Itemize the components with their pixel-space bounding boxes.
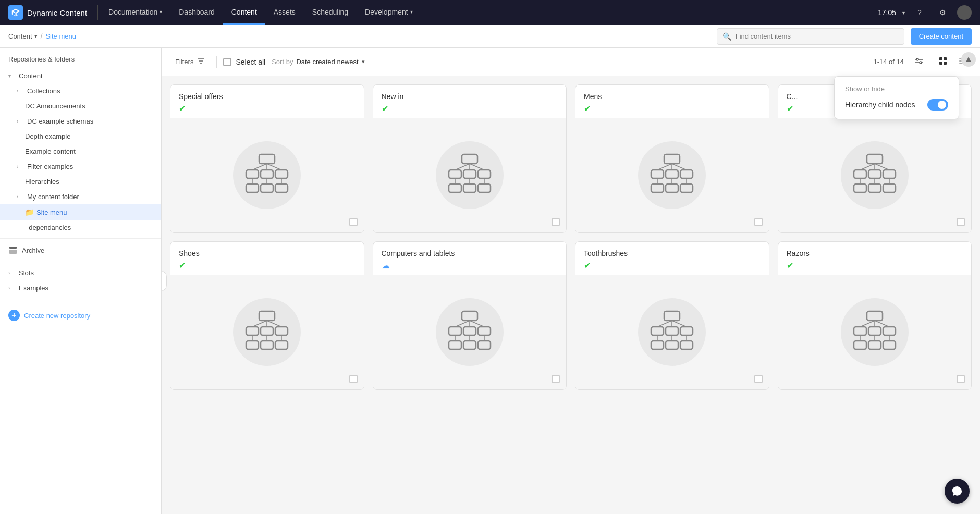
content-card-razors[interactable]: Razors ✔ (778, 241, 972, 390)
svg-line-118 (875, 321, 889, 327)
svg-rect-36 (463, 184, 476, 192)
svg-line-38 (455, 164, 470, 170)
svg-rect-109 (867, 311, 883, 321)
time-chevron-icon[interactable]: ▾ (902, 10, 905, 16)
card-checkbox[interactable] (349, 375, 358, 383)
help-icon[interactable]: ? (911, 4, 928, 21)
sidebar-item-filter-examples[interactable]: › Filter examples (0, 159, 161, 174)
card-thumbnail (575, 118, 769, 232)
card-checkbox[interactable] (957, 375, 965, 383)
folder-icon: 📁 (25, 208, 33, 216)
svg-rect-19 (246, 170, 259, 178)
content-card-mens[interactable]: Mens ✔ (575, 84, 769, 233)
svg-line-25 (252, 164, 267, 170)
content-card-toothbrushes[interactable]: Toothbrushes ✔ (575, 241, 769, 390)
hierarchy-diagram (638, 298, 706, 366)
sidebar-item-dc-schemas[interactable]: › DC example schemas (0, 114, 161, 129)
nav-items: Documentation ▾ Dashboard Content Assets… (100, 0, 878, 25)
card-thumbnail (170, 118, 364, 232)
filter-settings-icon[interactable] (910, 54, 928, 69)
content-card-new-in[interactable]: New in ✔ (373, 84, 567, 233)
card-title: Special offers (179, 92, 356, 101)
sidebar-item-my-content-folder[interactable]: › My content folder (0, 189, 161, 204)
content-card-special-offers[interactable]: Special offers ✔ (170, 84, 364, 233)
svg-rect-13 (939, 62, 942, 65)
sidebar-item-dependancies[interactable]: _dependancies (0, 220, 161, 235)
card-checkbox[interactable] (754, 375, 763, 383)
sidebar-item-slots[interactable]: › Slots (0, 265, 161, 280)
create-content-button[interactable]: Create content (911, 28, 972, 45)
sidebar-item-site-menu[interactable]: 📁 Site menu (0, 204, 161, 220)
app-logo[interactable]: Dynamic Content (8, 5, 98, 20)
sidebar-item-content[interactable]: ▾ Content (0, 68, 161, 83)
settings-icon[interactable]: ⚙ (934, 4, 951, 21)
chevron-down-icon: ▾ (362, 58, 365, 65)
card-checkbox[interactable] (552, 375, 560, 383)
svg-rect-76 (275, 341, 288, 349)
sidebar-item-depth-example[interactable]: Depth example (0, 129, 161, 144)
content-card-shoes[interactable]: Shoes ✔ (170, 241, 364, 390)
nav-documentation[interactable]: Documentation ▾ (100, 0, 170, 25)
user-avatar[interactable] (957, 5, 972, 20)
card-checkbox[interactable] (349, 218, 358, 226)
sidebar: Repositories & folders ▾ Content › Colle… (0, 48, 162, 514)
sidebar-item-collections[interactable]: › Collections (0, 83, 161, 99)
sidebar-item-archive[interactable]: Archive (0, 242, 161, 259)
sidebar-item-hierarchies[interactable]: Hierarchies (0, 174, 161, 189)
card-header: Computers and tablets ☁ (373, 242, 567, 275)
hierarchy-toggle[interactable] (927, 99, 948, 111)
breadcrumb-content[interactable]: Content ▾ (8, 32, 38, 40)
nav-development[interactable]: Development ▾ (357, 0, 421, 25)
nav-content[interactable]: Content (223, 0, 265, 25)
search-box[interactable]: 🔍 (717, 28, 904, 45)
chevron-down-icon: ▾ (34, 33, 38, 40)
card-checkbox[interactable] (552, 218, 560, 226)
svg-rect-115 (883, 341, 896, 349)
svg-rect-23 (261, 184, 273, 192)
svg-rect-102 (680, 341, 693, 349)
content-card-computers-tablets[interactable]: Computers and tablets ☁ (373, 241, 567, 390)
svg-rect-45 (651, 170, 664, 178)
card-thumbnail (778, 118, 972, 232)
svg-rect-61 (854, 184, 866, 192)
svg-line-64 (860, 164, 875, 170)
create-repository-button[interactable]: + Create new repository (0, 304, 161, 326)
clock-display: 17:05 (878, 8, 896, 17)
filters-button[interactable]: Filters (170, 54, 210, 70)
svg-rect-35 (449, 184, 461, 192)
toggle-button[interactable] (961, 52, 976, 67)
nav-assets[interactable]: Assets (265, 0, 304, 25)
svg-line-51 (657, 164, 672, 170)
toolbar-right: 1-14 of 14 (873, 54, 972, 69)
card-header: Special offers ✔ (170, 85, 364, 118)
svg-line-103 (657, 321, 672, 327)
select-all-button[interactable]: Select all (223, 58, 265, 66)
filter-text: Filters (175, 58, 193, 66)
nav-dashboard[interactable]: Dashboard (170, 0, 223, 25)
sort-selector[interactable]: Sort by Date created newest ▾ (272, 58, 364, 66)
svg-rect-100 (651, 341, 664, 349)
svg-rect-57 (867, 154, 883, 164)
grid-view-button[interactable] (934, 54, 952, 69)
sidebar-item-dc-announcements[interactable]: DC Announcements (0, 99, 161, 114)
sidebar-item-examples[interactable]: › Examples (0, 280, 161, 296)
card-header: Toothbrushes ✔ (575, 242, 769, 275)
svg-rect-14 (944, 62, 947, 65)
svg-rect-89 (478, 341, 491, 349)
chevron-down-icon: ▾ (410, 9, 413, 15)
card-checkbox[interactable] (754, 218, 763, 226)
card-status: ✔ (787, 261, 963, 271)
card-thumbnail (778, 275, 972, 389)
svg-line-53 (672, 164, 687, 170)
search-input[interactable] (736, 32, 899, 40)
chat-button[interactable] (945, 479, 970, 504)
svg-rect-101 (666, 341, 678, 349)
chevron-down-icon: ▾ (8, 73, 16, 79)
card-status: ☁ (382, 261, 558, 271)
filter-icon (197, 57, 205, 67)
card-checkbox[interactable] (957, 218, 965, 226)
svg-line-77 (252, 321, 267, 327)
select-all-checkbox[interactable] (223, 58, 231, 66)
nav-scheduling[interactable]: Scheduling (304, 0, 357, 25)
sidebar-item-example-content[interactable]: Example content (0, 144, 161, 159)
